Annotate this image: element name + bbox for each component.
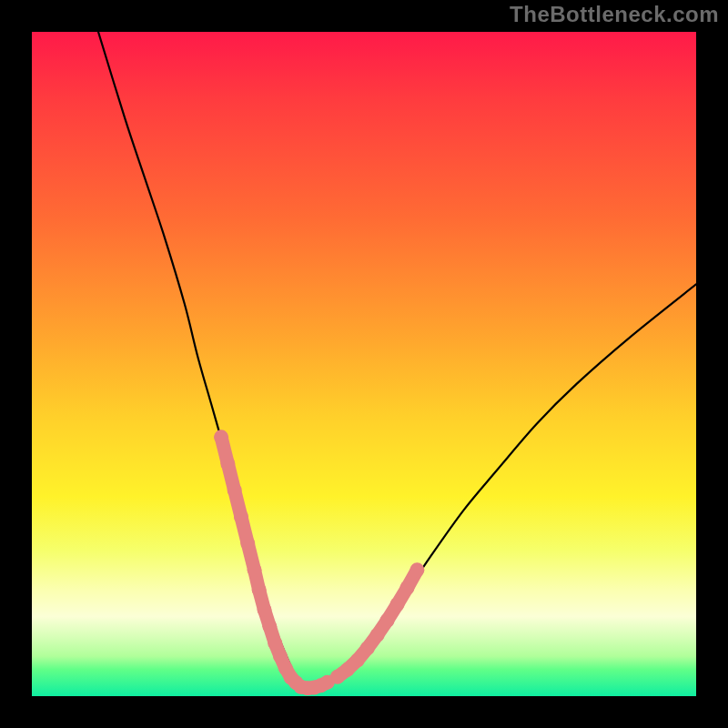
plot-area <box>32 32 696 696</box>
watermark-text: TheBottleneck.com <box>510 2 719 27</box>
marker-dot <box>220 457 235 471</box>
marker-dot <box>214 430 228 444</box>
marker-dot <box>262 619 277 633</box>
marker-dot <box>380 613 395 628</box>
bottleneck-curve <box>98 32 696 689</box>
curve-markers <box>214 430 424 695</box>
marker-dot <box>252 582 267 597</box>
marker-dot <box>228 483 242 498</box>
marker-dot <box>248 562 262 577</box>
marker-segment <box>221 437 296 682</box>
marker-dot <box>258 602 272 617</box>
marker-dot <box>268 636 282 651</box>
marker-dot <box>240 536 255 551</box>
marker-dot <box>410 562 424 577</box>
marker-dot <box>399 581 414 595</box>
marker-dot <box>234 510 248 524</box>
curve-svg <box>32 32 696 696</box>
marker-dot <box>360 641 375 655</box>
marker-dot <box>370 628 385 642</box>
marker-dot <box>390 597 405 612</box>
chart-container: TheBottleneck.com <box>0 0 728 728</box>
marker-dot <box>350 653 365 668</box>
